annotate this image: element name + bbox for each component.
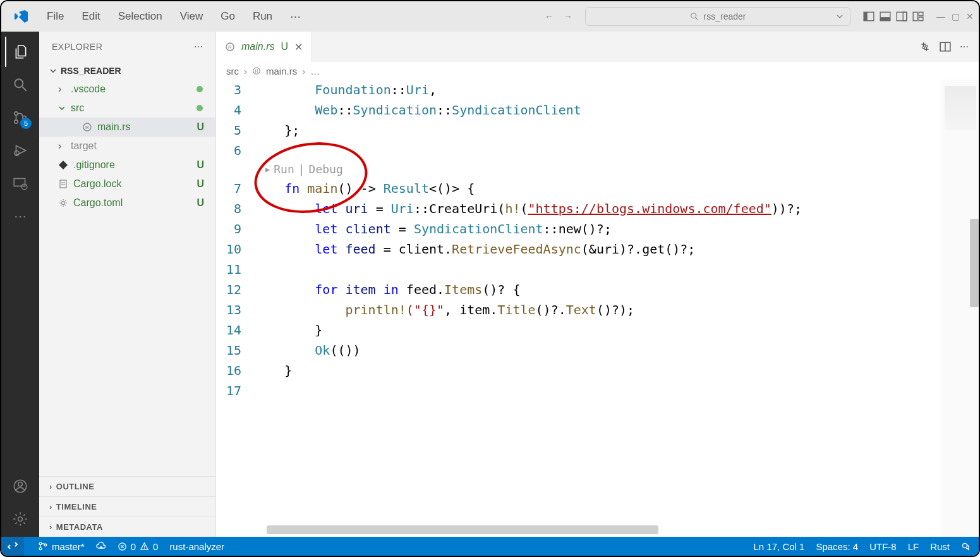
activity-explorer[interactable]: [5, 37, 35, 67]
chevron-right-icon: ›: [49, 482, 52, 491]
menu-file[interactable]: File: [39, 6, 71, 27]
section-outline[interactable]: ›OUTLINE: [39, 476, 215, 496]
breadcrumb-folder[interactable]: src: [226, 66, 239, 77]
nav-back-icon[interactable]: ←: [542, 9, 556, 24]
file-label: .gitignore: [73, 159, 115, 171]
file-label: Cargo.lock: [73, 178, 121, 190]
line-number: 16: [216, 360, 254, 381]
close-icon[interactable]: ✕: [966, 11, 974, 21]
activity-scm[interactable]: 5: [5, 102, 35, 133]
diff-icon[interactable]: [919, 41, 931, 52]
chevron-right-icon: ›: [302, 66, 305, 77]
status-indent[interactable]: Spaces: 4: [816, 541, 858, 552]
activity-overflow[interactable]: ⋯: [5, 201, 35, 231]
vertical-scrollbar[interactable]: [970, 219, 979, 307]
breadcrumb[interactable]: src › R main.rs › …: [216, 62, 979, 80]
editor-more-icon[interactable]: ⋯: [960, 42, 969, 52]
svg-point-0: [691, 13, 696, 18]
line-number: 4: [216, 100, 254, 120]
git-status-badge: U: [197, 121, 204, 133]
tree-folder-vscode[interactable]: › .vscode: [39, 80, 215, 99]
tree-file-cargolock[interactable]: Cargo.lock U: [39, 174, 215, 193]
menu-run[interactable]: Run: [245, 6, 280, 27]
svg-rect-3: [864, 12, 868, 21]
code-editor[interactable]: 3 Foundation::Uri, 4 Web::Syndication::S…: [216, 80, 979, 537]
scm-badge: 5: [20, 118, 32, 129]
chevron-down-icon[interactable]: [836, 13, 844, 20]
activity-accounts[interactable]: [5, 471, 35, 501]
breadcrumb-trail[interactable]: …: [310, 66, 320, 77]
status-remote[interactable]: [1, 537, 24, 556]
status-sync[interactable]: [96, 541, 106, 551]
chevron-down-icon: [49, 67, 57, 75]
global-search[interactable]: rss_reader: [585, 7, 850, 26]
sidebar-more-icon[interactable]: ⋯: [194, 42, 203, 52]
maximize-icon[interactable]: ▢: [952, 11, 960, 21]
svg-line-1: [695, 18, 698, 20]
status-language[interactable]: Rust: [930, 541, 950, 552]
cloud-sync-icon: [96, 541, 106, 551]
toggle-primary-sidebar-icon[interactable]: [863, 11, 874, 22]
status-feedback[interactable]: [961, 541, 971, 551]
status-cursor[interactable]: Ln 17, Col 1: [754, 541, 805, 552]
editor-area: R main.rs U ✕ ⋯ src › R main.rs › …: [216, 32, 979, 537]
tab-label: main.rs: [241, 41, 274, 52]
nav-forward-icon[interactable]: →: [561, 9, 575, 24]
svg-point-21: [18, 517, 23, 522]
toggle-panel-icon[interactable]: [880, 11, 891, 22]
error-count: 0: [131, 541, 136, 552]
activity-debug[interactable]: [5, 135, 35, 166]
status-encoding[interactable]: UTF-8: [869, 541, 897, 552]
menu-view[interactable]: View: [172, 6, 211, 27]
line-number: 13: [216, 300, 254, 320]
vscode-logo: [14, 9, 29, 24]
tree-folder-target[interactable]: › target: [39, 137, 215, 156]
codelens-debug[interactable]: Debug: [309, 159, 343, 180]
status-eol[interactable]: LF: [908, 541, 919, 552]
minimap[interactable]: [941, 80, 979, 537]
line-number: 17: [216, 381, 254, 401]
menu-overflow[interactable]: ⋯: [282, 6, 308, 27]
chevron-right-icon: ›: [244, 66, 247, 77]
horizontal-scrollbar[interactable]: [267, 525, 658, 534]
split-editor-icon[interactable]: [940, 41, 951, 52]
tree-project-root[interactable]: RSS_READER: [39, 62, 215, 80]
svg-point-36: [39, 542, 42, 545]
tree-file-cargotoml[interactable]: Cargo.toml U: [39, 193, 215, 212]
folder-label: target: [71, 140, 97, 152]
menu-selection[interactable]: Selection: [111, 6, 170, 27]
svg-point-27: [62, 202, 65, 205]
svg-point-41: [144, 548, 145, 549]
modified-dot-icon: [197, 86, 203, 92]
chevron-right-icon: ›: [49, 522, 52, 532]
section-timeline[interactable]: ›TIMELINE: [39, 496, 215, 517]
toggle-secondary-sidebar-icon[interactable]: [896, 11, 907, 22]
search-icon: [12, 77, 28, 93]
tree-file-gitignore[interactable]: .gitignore U: [39, 156, 215, 174]
activity-remote[interactable]: [5, 168, 35, 199]
status-bar: master* 0 0 rust-analyzer Ln 17, Col 1 S…: [1, 537, 979, 556]
codelens-run[interactable]: Run: [274, 159, 294, 180]
breadcrumb-file[interactable]: main.rs: [266, 66, 297, 77]
svg-rect-24: [60, 180, 66, 188]
tree-folder-src[interactable]: src: [39, 99, 215, 118]
activity-settings[interactable]: [5, 504, 35, 534]
activity-search[interactable]: [5, 70, 35, 100]
section-label: METADATA: [56, 522, 103, 532]
menu-edit[interactable]: Edit: [74, 6, 107, 27]
menu-go[interactable]: Go: [213, 6, 243, 27]
section-metadata[interactable]: ›METADATA: [39, 517, 215, 537]
layout-controls: [863, 11, 924, 22]
line-number: 5: [216, 120, 254, 140]
status-branch[interactable]: master*: [38, 541, 85, 552]
tab-mainrs[interactable]: R main.rs U ✕: [216, 32, 312, 62]
svg-point-18: [21, 184, 27, 190]
status-lsp[interactable]: rust-analyzer: [169, 541, 224, 552]
status-problems[interactable]: 0 0: [118, 541, 159, 552]
svg-point-13: [15, 112, 18, 115]
tree-file-mainrs[interactable]: R main.rs U: [39, 118, 215, 137]
minimize-icon[interactable]: —: [936, 11, 945, 21]
svg-point-37: [39, 548, 42, 550]
tab-close-icon[interactable]: ✕: [294, 41, 303, 53]
customize-layout-icon[interactable]: [912, 11, 924, 22]
